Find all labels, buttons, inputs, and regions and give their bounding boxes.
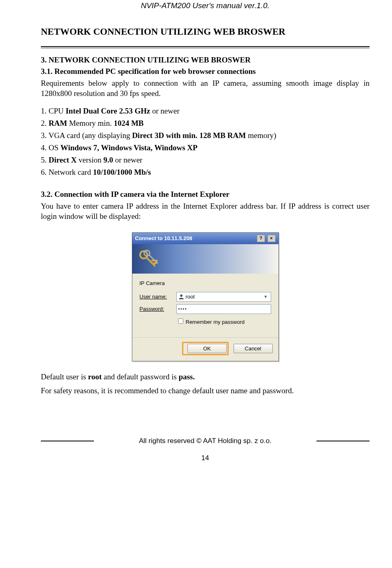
password-label: Password: bbox=[140, 306, 176, 312]
section-heading: 3. NETWORK CONNECTION UTILIZING WEB BROS… bbox=[41, 56, 370, 65]
person-icon bbox=[178, 294, 184, 300]
page-number: 14 bbox=[41, 454, 370, 467]
list-item: 1. CPU Intel Dual Core 2.53 GHz or newer bbox=[41, 107, 370, 116]
list-item: 4. OS Windows 7, Windows Vista, Windows … bbox=[41, 143, 370, 152]
ok-button-highlight: OK bbox=[182, 342, 229, 355]
close-icon[interactable]: × bbox=[267, 235, 276, 242]
divider bbox=[41, 46, 370, 48]
body-paragraph: For safety reasons, it is recommended to… bbox=[41, 386, 370, 396]
password-input[interactable]: •••• bbox=[176, 304, 271, 314]
help-icon[interactable]: ? bbox=[257, 235, 265, 242]
requirements-list: 1. CPU Intel Dual Core 2.53 GHz or newer… bbox=[41, 107, 370, 177]
svg-point-2 bbox=[180, 294, 183, 297]
remember-password-checkbox[interactable]: Remember my password bbox=[176, 317, 271, 325]
subsection-heading: 3.2. Connection with IP camera via the I… bbox=[41, 190, 370, 199]
ok-button[interactable]: OK bbox=[187, 344, 227, 353]
list-item: 5. Direct X version 9.0 or newer bbox=[41, 156, 370, 165]
footer: All rights reserved © AAT Holding sp. z … bbox=[41, 437, 370, 445]
subsection-heading: 3.1. Recommended PC specification for we… bbox=[41, 67, 370, 76]
cancel-button[interactable]: Cancel bbox=[234, 344, 273, 353]
checkbox[interactable] bbox=[178, 319, 183, 324]
running-header: NVIP-ATM200 User's manual ver.1.0. bbox=[41, 0, 370, 18]
dialog-title-text: Connect to 10.11.5.208 bbox=[135, 235, 192, 241]
dialog-titlebar: Connect to 10.11.5.208 ? × bbox=[132, 233, 278, 244]
list-item: 6. Network card 10/100/1000 Mb/s bbox=[41, 168, 370, 177]
page-title: NETWORK CONNECTION UTILIZING WEB BROSWER bbox=[41, 18, 370, 46]
username-label: User name: bbox=[140, 294, 176, 300]
copyright-text: All rights reserved © AAT Holding sp. z … bbox=[94, 437, 316, 445]
body-paragraph: Default user is root and default passwor… bbox=[41, 372, 370, 382]
username-input[interactable]: root ▼ bbox=[176, 292, 271, 302]
dialog-banner bbox=[132, 244, 278, 274]
login-dialog: Connect to 10.11.5.208 ? × IP Camera Use… bbox=[132, 232, 279, 361]
body-paragraph: You have to enter camera IP address in t… bbox=[41, 201, 370, 221]
list-item: 3. VGA card (any displaying Direct 3D wi… bbox=[41, 131, 370, 140]
list-item: 2. RAM Memory min. 1024 MB bbox=[41, 119, 370, 128]
dialog-section-label: IP Camera bbox=[140, 280, 271, 286]
body-paragraph: Requirements below apply to connection w… bbox=[41, 78, 370, 98]
chevron-down-icon[interactable]: ▼ bbox=[263, 294, 269, 299]
keys-icon bbox=[138, 249, 161, 270]
